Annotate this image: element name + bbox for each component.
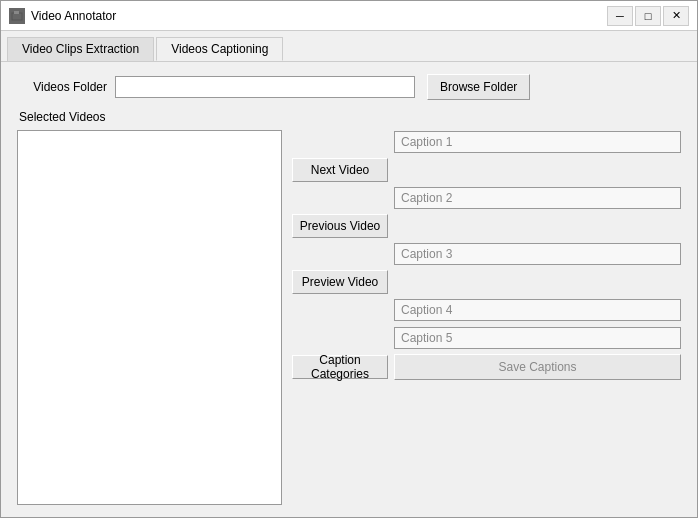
previous-video-button[interactable]: Previous Video: [292, 214, 388, 238]
main-window: Video Annotator ─ □ ✕ Video Clips Extrac…: [0, 0, 698, 518]
app-icon: [9, 8, 25, 24]
minimize-button[interactable]: ─: [607, 6, 633, 26]
videos-folder-input[interactable]: [115, 76, 415, 98]
placeholder-btn-1: [292, 130, 388, 154]
caption-categories-button[interactable]: Caption Categories: [292, 355, 388, 379]
caption-1-row: [292, 130, 681, 154]
title-bar: Video Annotator ─ □ ✕: [1, 1, 697, 31]
placeholder-btn-3: [292, 242, 388, 266]
caption-2-input[interactable]: [394, 187, 681, 209]
placeholder-btn-4: [292, 298, 388, 322]
preview-video-row: Preview Video: [292, 270, 681, 294]
svg-rect-0: [12, 13, 22, 20]
window-title: Video Annotator: [31, 9, 607, 23]
caption-4-input[interactable]: [394, 299, 681, 321]
video-list[interactable]: [17, 130, 282, 505]
tab-captioning[interactable]: Videos Captioning: [156, 37, 283, 61]
folder-label: Videos Folder: [17, 80, 107, 94]
maximize-button[interactable]: □: [635, 6, 661, 26]
next-video-button[interactable]: Next Video: [292, 158, 388, 182]
browse-folder-button[interactable]: Browse Folder: [427, 74, 530, 100]
tab-bar: Video Clips Extraction Videos Captioning: [1, 31, 697, 62]
main-area: Next Video Previous Video Preview Video: [17, 130, 681, 505]
svg-rect-1: [14, 11, 19, 14]
window-controls: ─ □ ✕: [607, 6, 689, 26]
caption-5-row: [292, 326, 681, 350]
caption-4-row: [292, 298, 681, 322]
folder-row: Videos Folder Browse Folder: [17, 74, 681, 100]
previous-video-row: Previous Video: [292, 214, 681, 238]
caption-3-row: [292, 242, 681, 266]
caption-3-input[interactable]: [394, 243, 681, 265]
caption-1-input[interactable]: [394, 131, 681, 153]
preview-video-button[interactable]: Preview Video: [292, 270, 388, 294]
selected-videos-label: Selected Videos: [19, 110, 681, 124]
tab-clips[interactable]: Video Clips Extraction: [7, 37, 154, 61]
content-area: Videos Folder Browse Folder Selected Vid…: [1, 62, 697, 517]
close-button[interactable]: ✕: [663, 6, 689, 26]
caption-categories-row: Caption Categories Save Captions: [292, 354, 681, 380]
caption-5-input[interactable]: [394, 327, 681, 349]
caption-2-row: [292, 186, 681, 210]
next-video-row: Next Video: [292, 158, 681, 182]
placeholder-btn-2: [292, 186, 388, 210]
right-panel: Next Video Previous Video Preview Video: [292, 130, 681, 505]
placeholder-btn-5: [292, 326, 388, 350]
save-captions-button[interactable]: Save Captions: [394, 354, 681, 380]
